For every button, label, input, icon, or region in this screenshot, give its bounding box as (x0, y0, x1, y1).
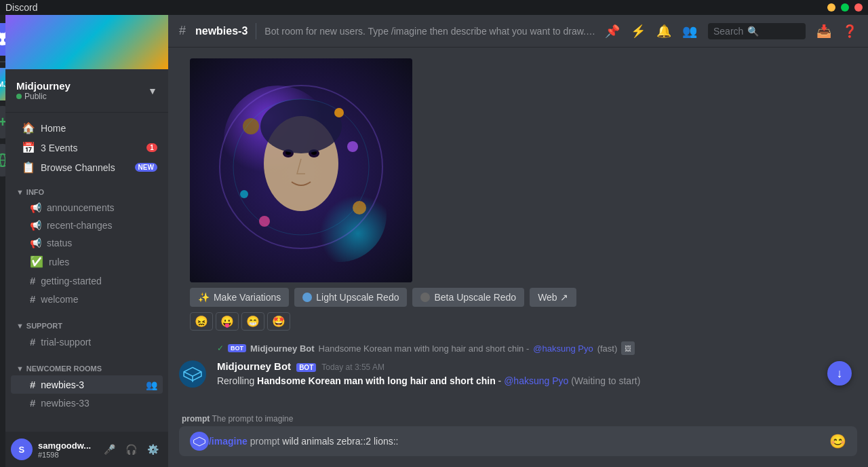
beta-upscale-redo-button[interactable]: Beta Upscale Redo (412, 288, 524, 307)
emoji-button[interactable]: 😊 (829, 433, 846, 449)
reaction-4[interactable]: 🤩 (267, 312, 290, 331)
section-info-header[interactable]: ▼ INFO (5, 177, 168, 199)
message-input-area: prompt The prompt to imagine /imagine pr… (168, 409, 868, 467)
check-icon: ✅ (30, 255, 43, 268)
headset-button[interactable]: 🎧 (122, 440, 141, 459)
channel-newbies-3[interactable]: # newbies-3 👥 (11, 375, 163, 394)
message-group-3: Midjourney Bot BOT Today at 3:55 AM Rero… (179, 360, 857, 388)
header-divider (256, 23, 256, 39)
message-input[interactable] (282, 436, 829, 447)
user-tag: #1598 (38, 451, 95, 459)
reaction-3[interactable]: 😁 (241, 312, 264, 331)
reaction-1[interactable]: 😖 (190, 312, 213, 331)
input-box[interactable]: /imagine prompt 😊 (179, 426, 857, 456)
maximize-button[interactable] (841, 3, 849, 12)
svg-point-16 (353, 201, 366, 214)
window-controls (827, 3, 863, 12)
minimize-button[interactable] (827, 3, 835, 12)
prompt-hint: prompt The prompt to imagine (179, 414, 857, 424)
header-actions: 📌 ⚡ 🔔 👥 Search 🔍 📥 ❓ (605, 23, 857, 39)
section-newcomer: ▼ NEWCOMER ROOMS # newbies-3 👥 # newbies… (5, 354, 168, 412)
message-ref-content: ✓ BOT Midjourney Bot Handsome Korean man… (217, 341, 635, 355)
message-time-3: Today at 3:55 AM (321, 362, 384, 372)
web-button[interactable]: Web ↗ (530, 288, 576, 307)
user-controls: 🎤 🎧 ⚙️ (100, 440, 163, 459)
sidebar-item-browse[interactable]: 📋 Browse Channels NEW (11, 157, 163, 177)
channel-list: 🏠 Home 📅 3 Events 1 📋 Browse Channels NE… (5, 113, 168, 432)
scroll-to-bottom-button[interactable]: ↓ (827, 361, 852, 386)
microphone-button[interactable]: 🎤 (100, 440, 119, 459)
help-icon[interactable]: ❓ (842, 24, 857, 39)
sidebar-item-events[interactable]: 📅 3 Events 1 (11, 138, 163, 157)
light-upscale-icon (302, 293, 312, 302)
avatar: S (11, 438, 33, 460)
close-button[interactable] (854, 3, 863, 12)
reaction-2[interactable]: 😛 (216, 312, 239, 331)
message-content-3: Midjourney Bot BOT Today at 3:55 AM Rero… (217, 360, 857, 388)
message-text-3: Rerolling Handsome Korean man with long … (217, 375, 857, 388)
channel-announcements[interactable]: 📢 announcements (11, 199, 163, 217)
bot-avatar (179, 360, 206, 388)
message-group-ref: ✓ BOT Midjourney Bot Handsome Korean man… (179, 341, 857, 355)
section-newcomer-header[interactable]: ▼ NEWCOMER ROOMS (5, 354, 168, 375)
action-buttons: ✨ Make Variations Light Upscale Redo Bet… (190, 288, 857, 307)
settings-button[interactable]: ⚙️ (144, 440, 163, 459)
channel-rules[interactable]: ✅ rules (11, 252, 163, 272)
titlebar: Discord (0, 0, 868, 15)
notification-bell-icon[interactable]: 🔔 (656, 24, 671, 39)
reactions: 😖 😛 😁 🤩 (190, 312, 857, 331)
main-content: # newbies-3 Bot room for new users. Type… (168, 15, 868, 467)
slash-command: /imagine (209, 436, 248, 447)
add-server-button[interactable]: + (0, 106, 5, 138)
hash-icon: # (30, 397, 35, 409)
user-area: S samgoodw... #1598 🎤 🎧 ⚙️ (5, 432, 168, 467)
inbox-icon[interactable]: 📥 (816, 24, 831, 39)
bolt-icon[interactable]: ⚡ (631, 24, 646, 39)
channel-status[interactable]: 📢 status (11, 234, 163, 252)
ref-mention: @haksung Pyo (533, 343, 593, 354)
section-support-header[interactable]: ▼ SUPPORT (5, 311, 168, 333)
members-icon[interactable]: 👥 (682, 24, 697, 39)
channel-trial-support[interactable]: # trial-support (11, 333, 163, 351)
search-box[interactable]: Search 🔍 (708, 23, 806, 39)
server-icon-discord[interactable] (0, 23, 5, 56)
browse-icon: 📋 (22, 161, 35, 174)
hash-icon: # (30, 275, 35, 286)
verified-icon: ✓ (217, 343, 224, 353)
channel-welcome[interactable]: # welcome (11, 290, 163, 308)
sidebar-item-home[interactable]: 🏠 Home (11, 118, 163, 138)
discover-button[interactable] (0, 144, 5, 176)
status-dot (16, 94, 22, 99)
message-content-1: ✨ Make Variations Light Upscale Redo Bet… (190, 58, 857, 331)
titlebar-title: Discord (5, 2, 37, 13)
server-header-chevron: ▼ (148, 86, 157, 96)
chevron-icon: ▼ (16, 365, 24, 373)
chevron-icon: ▼ (16, 188, 24, 196)
svg-point-19 (259, 216, 270, 227)
bot-badge-3: BOT (296, 363, 316, 372)
megaphone-icon: 📢 (30, 202, 41, 213)
hash-icon: # (30, 293, 35, 305)
megaphone-icon: 📢 (30, 220, 41, 231)
pin-icon[interactable]: 📌 (605, 24, 620, 39)
channel-recent-changes[interactable]: 📢 recent-changes (11, 217, 163, 234)
home-icon: 🏠 (22, 122, 35, 134)
add-member-icon: 👥 (146, 379, 157, 390)
search-icon: 🔍 (747, 26, 759, 37)
username: samgoodw... (38, 441, 95, 451)
server-icon-midjourney[interactable]: MJ (0, 68, 5, 100)
server-header[interactable]: Midjourney Public ▼ (5, 69, 168, 113)
attachment-icon[interactable]: 🖼 (621, 341, 635, 355)
svg-point-12 (260, 99, 342, 153)
channel-hash-icon: # (179, 24, 186, 38)
make-variations-button[interactable]: ✨ Make Variations (190, 288, 289, 307)
channel-sidebar: Midjourney Public ▼ 🏠 Home 📅 3 Events 1 … (5, 15, 168, 467)
input-avatar (190, 432, 209, 451)
channel-header: # newbies-3 Bot room for new users. Type… (168, 15, 868, 48)
messages-area: ✨ Make Variations Light Upscale Redo Bet… (168, 48, 868, 409)
channel-getting-started[interactable]: # getting-started (11, 272, 163, 290)
hash-icon: # (30, 336, 35, 348)
light-upscale-redo-button[interactable]: Light Upscale Redo (294, 288, 407, 307)
channel-newbies-33[interactable]: # newbies-33 (11, 394, 163, 412)
user-info: samgoodw... #1598 (38, 441, 95, 459)
